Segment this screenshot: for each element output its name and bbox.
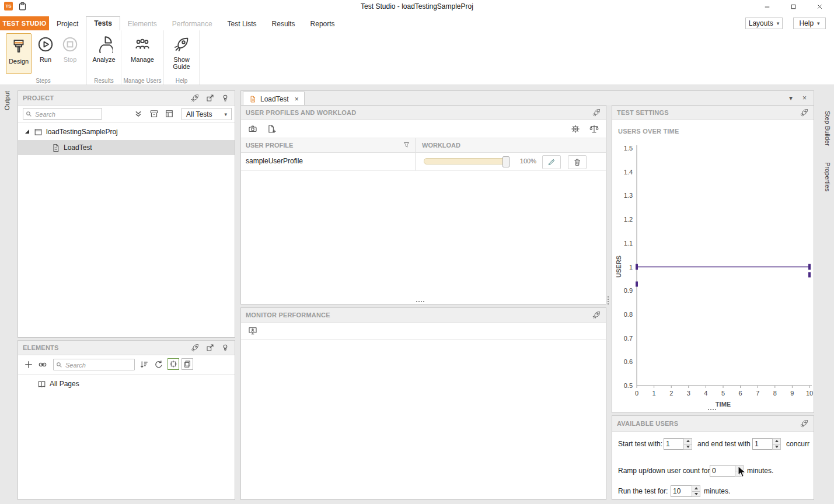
spinner-down-button[interactable] bbox=[772, 444, 781, 450]
pencil-icon bbox=[547, 158, 556, 167]
details-view-button[interactable] bbox=[163, 108, 175, 120]
project-search-input[interactable] bbox=[34, 108, 102, 120]
guide-rocket-icon[interactable] bbox=[190, 93, 200, 103]
spinner-down-button[interactable] bbox=[692, 491, 700, 498]
run-button[interactable]: Run bbox=[33, 36, 58, 63]
tab-tests[interactable]: Tests bbox=[86, 16, 120, 30]
ramp-handle[interactable] bbox=[636, 282, 638, 287]
ribbon-tab-strip: TEST STUDIO Project Tests Elements Perfo… bbox=[0, 16, 834, 30]
start-users-input[interactable] bbox=[664, 438, 684, 450]
add-profile-button[interactable] bbox=[266, 123, 277, 135]
add-element-button[interactable] bbox=[23, 359, 34, 370]
dock-tab-output[interactable]: Output bbox=[4, 91, 11, 110]
start-users-spinner[interactable] bbox=[684, 438, 692, 450]
dock-tab-step-builder[interactable]: Step Builder bbox=[824, 111, 831, 146]
float-window-icon[interactable] bbox=[205, 343, 215, 352]
pin-icon[interactable] bbox=[221, 343, 230, 352]
tab-elements: Elements bbox=[120, 18, 165, 30]
end-users-spinner[interactable] bbox=[773, 438, 781, 450]
gear-icon bbox=[570, 124, 581, 134]
profile-row[interactable]: sampleUserProfile 100% bbox=[241, 153, 606, 171]
project-icon bbox=[33, 127, 43, 137]
end-users-input[interactable] bbox=[752, 438, 773, 450]
pie-chart-icon bbox=[95, 36, 113, 53]
highlight-element-toggle[interactable] bbox=[168, 358, 179, 370]
maximize-button[interactable] bbox=[780, 0, 807, 13]
run-minutes-label: minutes. bbox=[704, 485, 730, 498]
run-minutes-spinner[interactable] bbox=[692, 485, 700, 497]
elements-search[interactable] bbox=[53, 359, 135, 370]
test-file-icon bbox=[51, 143, 61, 153]
document-tab-loadtest[interactable]: LoadTest × bbox=[243, 92, 305, 106]
filter-funnel-icon[interactable] bbox=[402, 141, 411, 149]
tab-results[interactable]: Results bbox=[264, 18, 303, 30]
layouts-dropdown[interactable]: Layouts▾ bbox=[745, 18, 783, 29]
archive-view-button[interactable] bbox=[148, 108, 160, 120]
float-window-icon[interactable] bbox=[205, 93, 215, 103]
minimize-button[interactable] bbox=[754, 0, 780, 13]
ramp-minutes-input[interactable] bbox=[710, 465, 735, 477]
tab-performance: Performance bbox=[165, 18, 220, 30]
duplicate-view-toggle[interactable] bbox=[182, 358, 193, 370]
connect-element-button[interactable] bbox=[37, 359, 48, 370]
manage-button[interactable]: Manage bbox=[127, 36, 158, 63]
tree-item-all-pages[interactable]: All Pages bbox=[18, 376, 235, 391]
close-document-icon[interactable]: × bbox=[802, 93, 807, 103]
workload-slider[interactable] bbox=[424, 158, 509, 164]
clipboard-icon[interactable] bbox=[18, 1, 27, 11]
dock-tab-properties[interactable]: Properties bbox=[824, 162, 831, 191]
workload-slider-handle[interactable] bbox=[503, 156, 510, 167]
edit-profile-button[interactable] bbox=[542, 155, 561, 169]
elements-search-input[interactable] bbox=[64, 359, 134, 371]
profile-settings-button[interactable] bbox=[570, 123, 581, 135]
elements-panel-title: ELEMENTS bbox=[23, 344, 59, 351]
tree-item-project-root[interactable]: loadTestingSampleProj bbox=[18, 124, 235, 139]
window-position-icon[interactable]: ▾ bbox=[789, 93, 793, 103]
project-search[interactable] bbox=[23, 108, 102, 120]
tab-test-lists[interactable]: Test Lists bbox=[220, 18, 264, 30]
refresh-elements-button[interactable] bbox=[153, 359, 165, 370]
show-guide-button[interactable]: Show Guide bbox=[168, 36, 195, 70]
ramp-minutes-label: minutes. bbox=[747, 464, 773, 477]
capture-profile-button[interactable] bbox=[247, 123, 259, 135]
test-settings-header: TEST SETTINGS bbox=[612, 106, 814, 120]
tab-project[interactable]: Project bbox=[49, 18, 86, 30]
project-panel: PROJECT All Tests ▾ loadTestingSamplePro… bbox=[18, 90, 235, 338]
collapse-all-button[interactable] bbox=[132, 108, 144, 120]
guide-rocket-icon[interactable] bbox=[800, 419, 809, 428]
x-tick-label: 5 bbox=[721, 390, 725, 397]
close-tab-icon[interactable]: × bbox=[295, 95, 299, 103]
analyze-button[interactable]: Analyze bbox=[91, 36, 117, 63]
series-endpoint-handle[interactable] bbox=[808, 264, 811, 270]
delete-profile-button[interactable] bbox=[568, 155, 587, 169]
y-tick-label: 1.1 bbox=[624, 240, 633, 247]
tab-reports[interactable]: Reports bbox=[303, 18, 343, 30]
close-button[interactable] bbox=[807, 0, 833, 13]
app-logo-icon: TS bbox=[4, 2, 13, 10]
expand-collapse-arrow-icon[interactable] bbox=[24, 128, 31, 135]
users-over-time-plot[interactable]: 0.50.60.70.80.911.11.21.31.41.5012345678… bbox=[612, 139, 814, 407]
design-button[interactable]: Design bbox=[6, 33, 32, 74]
ramp-label: Ramp up/down user count for: bbox=[618, 464, 712, 477]
test-studio-app-button[interactable]: TEST STUDIO bbox=[0, 16, 49, 30]
run-minutes-input[interactable] bbox=[671, 485, 692, 497]
guide-rocket-icon[interactable] bbox=[190, 343, 200, 352]
pin-icon[interactable] bbox=[221, 93, 230, 103]
guide-rocket-icon[interactable] bbox=[592, 108, 601, 117]
add-monitored-machine-button[interactable] bbox=[247, 325, 259, 337]
splitter-handle-horizontal[interactable] bbox=[416, 301, 424, 302]
sort-elements-button[interactable] bbox=[138, 359, 150, 370]
tests-filter-dropdown[interactable]: All Tests ▾ bbox=[182, 108, 232, 120]
ribbon-group-results: Analyze Results bbox=[87, 30, 121, 85]
splitter-handle-vertical[interactable] bbox=[608, 296, 609, 304]
workload-balance-button[interactable] bbox=[588, 123, 600, 135]
ramp-handle[interactable] bbox=[808, 272, 811, 278]
help-dropdown[interactable]: Help▾ bbox=[793, 18, 826, 29]
splitter-handle-horizontal[interactable] bbox=[708, 409, 716, 410]
y-tick-label: 0.8 bbox=[624, 311, 633, 318]
spinner-down-button[interactable] bbox=[683, 444, 692, 450]
series-endpoint-handle[interactable] bbox=[636, 264, 638, 270]
guide-rocket-icon[interactable] bbox=[592, 310, 601, 320]
tree-item-loadtest[interactable]: LoadTest bbox=[18, 140, 235, 155]
guide-rocket-icon[interactable] bbox=[800, 108, 809, 117]
